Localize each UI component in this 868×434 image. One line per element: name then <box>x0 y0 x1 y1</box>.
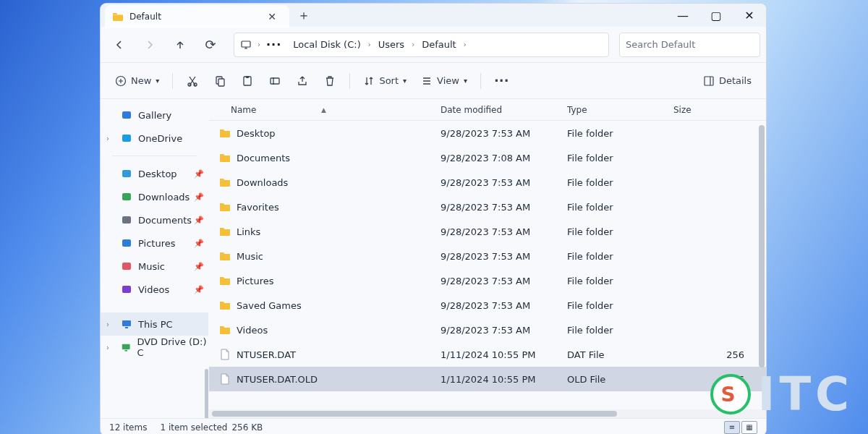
onedrive-icon <box>121 132 132 144</box>
table-row[interactable]: Links9/28/2023 7:53 AMFile folder <box>209 219 766 244</box>
sidebar-item-dvd-drive-d-c[interactable]: ›DVD Drive (D:) C <box>101 336 208 359</box>
new-tab-button[interactable]: ＋ <box>289 4 318 27</box>
file-type: File folder <box>567 177 672 188</box>
chevron-right-icon[interactable]: › <box>253 41 265 48</box>
sidebar-item-label: Documents <box>138 215 192 226</box>
details-button[interactable]: Details <box>697 68 757 94</box>
horizontal-scrollbar[interactable] <box>209 409 766 418</box>
table-row[interactable]: Saved Games9/28/2023 7:53 AMFile folder <box>209 293 766 318</box>
sidebar-item-videos[interactable]: Videos📌 <box>101 278 208 301</box>
search-input[interactable]: Search Default <box>619 33 760 57</box>
sidebar-item-music[interactable]: Music📌 <box>101 255 208 278</box>
sidebar-item-label: This PC <box>138 319 173 330</box>
sidebar-item-gallery[interactable]: Gallery <box>101 103 208 127</box>
column-size[interactable]: Size <box>672 105 766 115</box>
column-type[interactable]: Type <box>567 105 672 115</box>
file-name: Downloads <box>237 177 288 188</box>
folder-icon <box>219 201 231 213</box>
rename-button[interactable] <box>263 68 287 94</box>
folder-icon <box>219 324 231 336</box>
close-window-button[interactable]: ✕ <box>733 4 766 27</box>
sidebar: Gallery›OneDrive Desktop📌Downloads📌Docum… <box>101 99 209 418</box>
vertical-scrollbar[interactable] <box>757 125 766 375</box>
date-modified: 1/11/2024 10:55 PM <box>441 374 567 385</box>
refresh-button[interactable]: ⟳ <box>197 32 224 58</box>
cut-button[interactable] <box>180 68 205 94</box>
table-row[interactable]: Desktop9/28/2023 7:53 AMFile folder <box>209 121 766 145</box>
copy-button[interactable] <box>208 68 232 94</box>
crumb-users[interactable]: Users <box>377 39 406 50</box>
chevron-right-icon[interactable]: › <box>459 41 471 48</box>
close-tab-icon[interactable]: ✕ <box>262 7 282 27</box>
date-modified: 9/28/2023 7:53 AM <box>441 325 567 336</box>
table-row[interactable]: NTUSER.DAT1/11/2024 10:55 PMDAT File256 <box>209 342 766 367</box>
folder-icon <box>219 250 231 262</box>
delete-button[interactable] <box>318 68 342 94</box>
minimize-button[interactable]: — <box>666 4 699 27</box>
folder-icon <box>219 127 231 139</box>
table-row[interactable]: Pictures9/28/2023 7:53 AMFile folder <box>209 268 766 293</box>
folder-icon <box>219 275 231 286</box>
column-date[interactable]: Date modified <box>441 105 567 115</box>
breadcrumb[interactable]: › ··· Local Disk (C:) › Users › Default … <box>234 33 609 57</box>
svg-rect-9 <box>705 77 713 85</box>
sidebar-item-desktop[interactable]: Desktop📌 <box>101 162 208 185</box>
crumb-local-disk[interactable]: Local Disk (C:) <box>292 39 362 50</box>
column-name[interactable]: Name▲ <box>209 105 441 115</box>
sidebar-item-label: Music <box>138 261 165 272</box>
sidebar-item-this-pc[interactable]: ›This PC <box>101 312 208 336</box>
sidebar-item-onedrive[interactable]: ›OneDrive <box>101 127 208 150</box>
share-button[interactable] <box>290 68 315 94</box>
ellipsis-icon[interactable]: ··· <box>266 38 281 51</box>
videos-icon <box>121 284 132 295</box>
forward-button[interactable] <box>137 32 163 58</box>
chevron-right-icon[interactable]: › <box>407 41 419 48</box>
file-list: Name▲ Date modified Type Size Desktop9/2… <box>209 99 766 418</box>
file-type: DAT File <box>567 349 672 360</box>
sidebar-item-pictures[interactable]: Pictures📌 <box>101 231 208 255</box>
file-size: 256 <box>672 374 766 385</box>
table-row[interactable]: Favorites9/28/2023 7:53 AMFile folder <box>209 195 766 219</box>
chevron-right-icon[interactable]: › <box>106 320 109 328</box>
music-icon <box>121 260 132 272</box>
drive-icon <box>121 341 131 353</box>
sidebar-scrollbar[interactable] <box>205 369 208 418</box>
chevron-right-icon[interactable]: › <box>106 135 109 142</box>
file-name: NTUSER.DAT.OLD <box>237 374 318 385</box>
maximize-button[interactable]: ▢ <box>699 4 733 27</box>
new-button[interactable]: New ▾ <box>109 68 165 94</box>
date-modified: 9/28/2023 7:53 AM <box>441 128 567 139</box>
file-name: Favorites <box>237 202 279 213</box>
explorer-window: Default ✕ ＋ — ▢ ✕ ⟳ › ··· Local Disk ( <box>101 4 766 434</box>
more-button[interactable]: ··· <box>488 68 515 94</box>
gallery-icon <box>121 109 132 121</box>
table-row[interactable]: Videos9/28/2023 7:53 AMFile folder <box>209 318 766 342</box>
pin-icon: 📌 <box>194 239 204 248</box>
table-row[interactable]: Music9/28/2023 7:53 AMFile folder <box>209 244 766 268</box>
table-row[interactable]: NTUSER.DAT.OLD1/11/2024 10:55 PMOLD File… <box>209 367 766 391</box>
chevron-right-icon[interactable]: › <box>106 344 109 352</box>
table-row[interactable]: Downloads9/28/2023 7:53 AMFile folder <box>209 170 766 195</box>
pin-icon: 📌 <box>194 169 204 179</box>
paste-button[interactable] <box>235 68 260 94</box>
chevron-right-icon[interactable]: › <box>364 41 375 48</box>
back-button[interactable] <box>106 32 132 58</box>
sidebar-item-downloads[interactable]: Downloads📌 <box>101 185 208 208</box>
sidebar-item-documents[interactable]: Documents📌 <box>101 208 208 231</box>
up-button[interactable] <box>167 32 193 58</box>
thumbnails-view-toggle[interactable]: ▦ <box>741 421 757 434</box>
tab-default[interactable]: Default ✕ <box>105 5 289 28</box>
file-type: File folder <box>567 128 672 139</box>
table-row[interactable]: Documents9/28/2023 7:08 AMFile folder <box>209 145 766 170</box>
sidebar-item-label: OneDrive <box>138 133 182 144</box>
view-button[interactable]: View ▾ <box>415 68 473 94</box>
pin-icon: 📌 <box>194 285 204 294</box>
column-headers: Name▲ Date modified Type Size <box>209 99 766 121</box>
date-modified: 9/28/2023 7:53 AM <box>441 251 567 262</box>
file-type: File folder <box>567 226 672 237</box>
crumb-default[interactable]: Default <box>420 39 458 50</box>
svg-rect-11 <box>122 135 131 142</box>
file-type: File folder <box>567 251 672 262</box>
sort-button[interactable]: Sort ▾ <box>357 68 412 94</box>
details-view-toggle[interactable]: ≡ <box>724 421 740 434</box>
